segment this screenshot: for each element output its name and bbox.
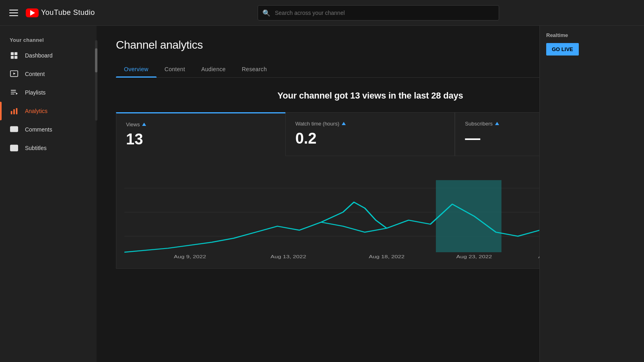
svg-rect-16 [10, 145, 18, 151]
svg-text:Aug 23, 2022: Aug 23, 2022 [456, 254, 492, 259]
analytics-label: Analytics [25, 108, 47, 114]
svg-rect-3 [14, 56, 17, 59]
sidebar-item-dashboard[interactable]: Dashboard [0, 46, 97, 65]
svg-rect-6 [11, 90, 16, 91]
svg-rect-13 [10, 127, 18, 132]
comments-icon [10, 125, 19, 134]
svg-marker-5 [13, 72, 16, 75]
header: YouTube Studio 🔍 [0, 0, 644, 26]
svg-rect-8 [11, 94, 14, 95]
tab-content[interactable]: Content [157, 61, 193, 77]
playlists-label: Playlists [25, 89, 45, 96]
right-panel: Realtime GO LIVE [539, 26, 644, 362]
svg-rect-11 [13, 109, 15, 114]
youtube-icon [26, 8, 39, 17]
subtitles-icon [10, 144, 19, 152]
playlists-icon [10, 88, 19, 97]
views-trend-icon [142, 123, 146, 126]
dashboard-icon [10, 51, 19, 60]
logo-container[interactable]: YouTube Studio [26, 8, 95, 17]
header-left: YouTube Studio [6, 6, 119, 20]
search-icon: 🔍 [262, 9, 270, 16]
svg-text:Aug 13, 2022: Aug 13, 2022 [270, 254, 306, 259]
scroll-indicator[interactable] [95, 40, 97, 121]
tab-overview[interactable]: Overview [116, 61, 157, 77]
svg-rect-1 [14, 52, 17, 55]
content-icon [10, 70, 19, 78]
svg-rect-7 [11, 92, 16, 93]
content-label: Content [25, 71, 45, 77]
menu-button[interactable] [6, 6, 21, 20]
subscribers-trend-icon [495, 122, 499, 125]
comments-label: Comments [25, 126, 52, 133]
dashboard-label: Dashboard [25, 52, 53, 59]
svg-marker-9 [16, 93, 18, 95]
right-panel-title: Realtime [546, 32, 638, 38]
watch-time-value: 0.2 [295, 130, 445, 147]
svg-rect-2 [11, 56, 14, 59]
watch-time-label: Watch time (hours) [295, 121, 445, 127]
svg-text:Aug 18, 2022: Aug 18, 2022 [369, 254, 405, 259]
metric-card-views[interactable]: Views 13 [116, 112, 285, 156]
sidebar-item-content[interactable]: Content [0, 65, 97, 83]
sidebar: Your channel Dashboard Content Playlists… [0, 26, 97, 362]
sidebar-section-label: Your channel [0, 31, 97, 46]
svg-text:Aug 9, 2022: Aug 9, 2022 [174, 254, 206, 259]
search-bar: 🔍 [258, 5, 499, 21]
sidebar-item-analytics[interactable]: Analytics [0, 102, 97, 120]
subtitles-label: Subtitles [25, 145, 47, 151]
svg-rect-24 [436, 180, 502, 252]
sidebar-item-comments[interactable]: Comments [0, 120, 97, 139]
svg-rect-0 [11, 52, 14, 55]
analytics-icon [10, 107, 19, 115]
search-input[interactable] [258, 5, 499, 21]
sidebar-item-playlists[interactable]: Playlists [0, 83, 97, 102]
go-live-button[interactable]: GO LIVE [546, 43, 579, 56]
svg-rect-10 [11, 111, 12, 114]
tab-research[interactable]: Research [234, 61, 275, 77]
studio-label: YouTube Studio [41, 8, 95, 17]
play-triangle [30, 10, 35, 16]
views-value: 13 [126, 131, 276, 148]
views-label: Views [126, 121, 276, 128]
svg-rect-12 [16, 108, 18, 115]
metric-card-watch-time[interactable]: Watch time (hours) 0.2 [285, 112, 455, 156]
scroll-thumb [95, 48, 97, 72]
watch-time-trend-icon [342, 122, 346, 125]
tab-audience[interactable]: Audience [193, 61, 234, 77]
sidebar-item-subtitles[interactable]: Subtitles [0, 139, 97, 157]
